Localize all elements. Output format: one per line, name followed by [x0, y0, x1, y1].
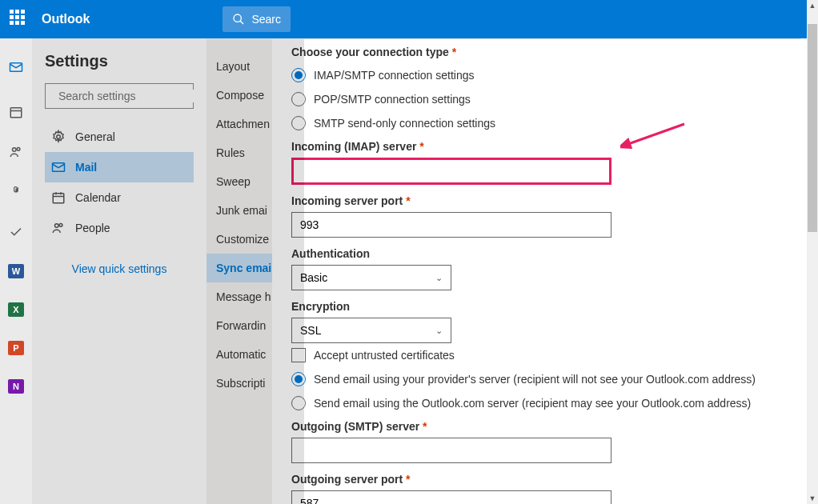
category-label: General — [75, 130, 115, 143]
rail-powerpoint-icon[interactable]: P — [8, 341, 24, 355]
radio-smtp-only[interactable]: SMTP send-only connection settings — [291, 116, 788, 130]
category-mail[interactable]: Mail — [45, 152, 194, 182]
rail-people-icon[interactable] — [8, 144, 24, 160]
outgoing-server-input[interactable] — [291, 438, 611, 463]
svg-rect-3 — [10, 108, 22, 118]
subitem-junk-email[interactable]: Junk emai — [207, 196, 272, 225]
incoming-port-label: Incoming server port * — [291, 194, 788, 207]
people-icon — [51, 221, 66, 235]
radio-pop-smtp[interactable]: POP/SMTP connection settings — [291, 92, 788, 106]
subitem-automatic-replies[interactable]: Automatic — [207, 340, 272, 369]
subitem-compose[interactable]: Compose — [207, 81, 272, 110]
encryption-select[interactable]: SSL ⌄ — [291, 318, 451, 343]
rail-mail-icon[interactable] — [0, 54, 23, 80]
category-label: Mail — [75, 161, 97, 174]
category-calendar[interactable]: Calendar — [45, 182, 194, 213]
outgoing-port-label: Outgoing server port * — [291, 473, 788, 486]
outgoing-server-label: Outgoing (SMTP) server * — [291, 420, 788, 433]
search-icon — [232, 13, 245, 26]
search-placeholder: Searc — [251, 13, 281, 26]
radio-label: Send email using your provider's server … — [314, 373, 756, 386]
checkbox-label: Accept untrusted certificates — [314, 349, 455, 362]
rail-word-icon[interactable]: W — [8, 264, 24, 278]
rail-calendar-icon[interactable] — [8, 104, 24, 120]
scroll-down-arrow[interactable]: ▼ — [807, 493, 818, 504]
encryption-label: Encryption — [291, 300, 788, 313]
settings-categories-column: Settings General Mail Calendar People Vi… — [32, 39, 207, 504]
category-label: Calendar — [75, 191, 121, 204]
authentication-select[interactable]: Basic ⌄ — [291, 265, 451, 290]
settings-search-box[interactable] — [45, 83, 194, 109]
incoming-server-input[interactable] — [291, 158, 611, 185]
checkbox-icon — [291, 348, 306, 362]
incoming-server-label: Incoming (IMAP) server * — [291, 140, 788, 153]
scroll-up-arrow[interactable]: ▲ — [807, 0, 818, 11]
rail-files-icon[interactable] — [8, 184, 24, 200]
outgoing-port-input[interactable] — [291, 490, 611, 504]
settings-title: Settings — [45, 52, 194, 70]
subitem-sweep[interactable]: Sweep — [207, 167, 272, 196]
settings-subitems-column: Layout Compose Attachmen Rules Sweep Jun… — [207, 39, 272, 504]
svg-point-6 — [17, 147, 20, 150]
radio-icon — [291, 116, 306, 130]
brand-label: Outlook — [42, 12, 90, 26]
subitem-subscriptions[interactable]: Subscripti — [207, 369, 272, 398]
settings-panel: Settings General Mail Calendar People Vi… — [32, 38, 800, 504]
select-value: Basic — [300, 271, 327, 284]
radio-send-outlook[interactable]: Send email using the Outlook.com server … — [291, 396, 788, 410]
rail-onenote-icon[interactable]: N — [8, 379, 24, 394]
category-people[interactable]: People — [45, 213, 194, 243]
chevron-down-icon: ⌄ — [435, 273, 443, 283]
subitem-forwarding[interactable]: Forwardin — [207, 311, 272, 340]
settings-search-input[interactable] — [58, 90, 198, 102]
category-general[interactable]: General — [45, 122, 194, 152]
view-quick-settings-link[interactable]: View quick settings — [45, 262, 194, 275]
radio-label: POP/SMTP connection settings — [314, 93, 471, 106]
svg-point-15 — [55, 224, 59, 228]
select-value: SSL — [300, 324, 321, 337]
svg-rect-11 — [53, 194, 64, 203]
svg-point-5 — [13, 148, 17, 152]
app-top-bar: Outlook Searc — [0, 0, 818, 38]
incoming-port-input[interactable] — [291, 212, 611, 238]
radio-icon — [291, 396, 306, 410]
radio-imap-smtp[interactable]: IMAP/SMTP connection settings — [291, 68, 788, 82]
rail-todo-icon[interactable] — [8, 224, 24, 240]
subitem-layout[interactable]: Layout — [207, 52, 272, 81]
category-label: People — [75, 222, 110, 234]
radio-icon — [291, 372, 306, 386]
radio-icon — [291, 92, 306, 106]
subitem-attachments[interactable]: Attachmen — [207, 110, 272, 138]
svg-point-9 — [57, 135, 61, 139]
radio-label: SMTP send-only connection settings — [314, 117, 495, 130]
gear-icon — [51, 130, 66, 144]
left-app-rail: W X P N — [0, 38, 32, 504]
radio-send-provider[interactable]: Send email using your provider's server … — [291, 372, 788, 386]
subitem-rules[interactable]: Rules — [207, 138, 272, 167]
svg-point-0 — [234, 14, 241, 22]
app-launcher-icon[interactable] — [10, 10, 29, 29]
settings-form-area: Choose your connection type * IMAP/SMTP … — [272, 39, 800, 504]
svg-line-1 — [240, 21, 243, 24]
subitem-customize[interactable]: Customize — [207, 225, 272, 254]
authentication-label: Authentication — [291, 247, 788, 260]
connection-type-label: Choose your connection type * — [291, 46, 788, 58]
scroll-thumb[interactable] — [808, 24, 817, 232]
rail-excel-icon[interactable]: X — [8, 302, 24, 317]
chevron-down-icon: ⌄ — [435, 326, 443, 336]
accept-untrusted-checkbox[interactable]: Accept untrusted certificates — [291, 348, 788, 362]
svg-point-16 — [59, 223, 62, 226]
radio-icon — [291, 68, 306, 82]
subitem-sync-email[interactable]: Sync emai — [207, 254, 272, 282]
mail-icon — [51, 160, 66, 174]
radio-label: IMAP/SMTP connection settings — [314, 69, 475, 82]
calendar-icon — [51, 190, 66, 205]
global-search[interactable]: Searc — [223, 6, 291, 32]
radio-label: Send email using the Outlook.com server … — [314, 397, 751, 410]
scrollbar[interactable]: ▲ ▼ — [807, 0, 818, 504]
subitem-message-handling[interactable]: Message h — [207, 282, 272, 311]
